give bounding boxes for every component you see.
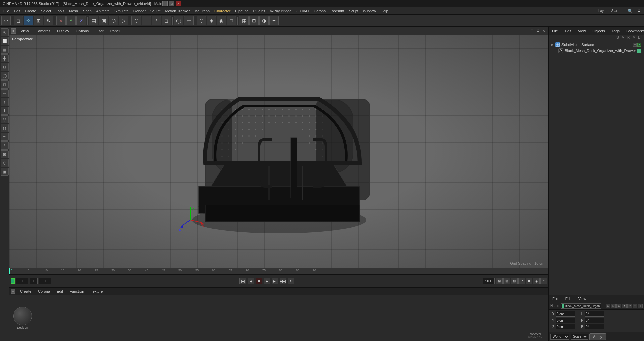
sidebar-bridge-tool[interactable]: ⋂	[1, 124, 9, 132]
viewport-close-icon[interactable]: ✕	[542, 29, 547, 33]
name-icon-5[interactable]: ↩	[627, 304, 632, 308]
vp-menu-display[interactable]: Display	[55, 28, 71, 34]
subdiv-check-btn[interactable]: ✓	[637, 43, 641, 47]
menu-3dtoall[interactable]: 3DToAll	[294, 8, 311, 14]
menu-character[interactable]: Character	[212, 8, 232, 14]
rot-b-input[interactable]	[585, 324, 604, 329]
rot-h-input[interactable]	[585, 311, 604, 317]
menu-pipeline[interactable]: Pipeline	[233, 8, 250, 14]
bottom-toggle[interactable]: ≡	[11, 289, 15, 294]
record-button[interactable]: ⏺	[256, 278, 262, 284]
object-mode-button[interactable]: ⬡	[131, 16, 141, 25]
menu-mograph[interactable]: MoGraph	[192, 8, 212, 14]
display-mode-button[interactable]: ▦	[239, 16, 249, 25]
name-icon-3[interactable]: ⊞	[616, 304, 621, 308]
material-item[interactable]: Desk Or	[13, 307, 32, 329]
viewport-layout-button[interactable]: ⊟	[249, 16, 259, 25]
point-mode-button[interactable]: ·	[142, 16, 151, 25]
menu-create[interactable]: Create	[23, 8, 38, 14]
sidebar-magnet-tool[interactable]: ⁸	[1, 141, 9, 150]
name-icon-2[interactable]: □	[611, 304, 616, 308]
poly-mode-button[interactable]: ◻	[162, 16, 171, 25]
obj-menu-view[interactable]: View	[576, 28, 588, 34]
bt-menu-function[interactable]: Function	[68, 289, 86, 294]
tl-btn-5[interactable]: ⏹	[526, 278, 532, 284]
current-frame-input[interactable]	[39, 278, 51, 284]
obj-menu-file[interactable]: File	[550, 28, 560, 34]
world-select[interactable]: World Object Parent	[550, 334, 569, 340]
interactive-render-button[interactable]: ⬡	[109, 16, 118, 25]
layout-preset[interactable]: Startup	[611, 9, 625, 13]
menu-script[interactable]: Script	[347, 8, 360, 14]
pos-y-input[interactable]	[556, 318, 575, 323]
next-frame-button[interactable]: ▶|	[272, 278, 278, 284]
sidebar-knife-tool[interactable]: ⋁	[1, 115, 9, 123]
tl-btn-6[interactable]: ◈	[533, 278, 540, 284]
name-icon-6[interactable]: ≡	[633, 304, 637, 308]
render-active-button[interactable]: ▤	[89, 16, 98, 25]
tl-btn-1[interactable]: ⊠	[496, 278, 503, 284]
sidebar-color-tool[interactable]: ▣	[1, 168, 9, 176]
loop-button[interactable]: ↻	[288, 278, 294, 284]
layout-options-icon[interactable]: ⚙	[635, 8, 643, 14]
prev-frame-button[interactable]: ◀	[248, 278, 254, 284]
viewport-maximize-icon[interactable]: ⊞	[530, 29, 535, 33]
tl-btn-2[interactable]: ⊞	[503, 278, 510, 284]
viewport-toggle-button[interactable]: ≡	[11, 28, 16, 34]
play-button[interactable]: ▶	[264, 278, 270, 284]
sidebar-snap-tool[interactable]: ◯	[1, 72, 9, 80]
name-icon-7[interactable]: T	[638, 304, 643, 308]
menu-edit[interactable]: Edit	[12, 8, 22, 14]
menu-simulate[interactable]: Simulate	[112, 8, 131, 14]
scale-tool-button[interactable]: ⊞	[34, 16, 43, 25]
scene-settings-button[interactable]: ✦	[269, 16, 279, 25]
rectangle-select-button[interactable]: ▭	[184, 16, 194, 25]
menu-help[interactable]: Help	[379, 8, 390, 14]
attr-menu-edit[interactable]: Edit	[563, 296, 574, 301]
menu-motion-tracker[interactable]: Motion Tracker	[163, 8, 192, 14]
material-button[interactable]: ⬡	[197, 16, 206, 25]
menu-animate[interactable]: Animate	[94, 8, 112, 14]
select-z-button[interactable]: Z	[76, 16, 86, 25]
tl-btn-4[interactable]: P	[518, 278, 525, 284]
vp-menu-panel[interactable]: Panel	[108, 28, 122, 34]
bt-menu-create[interactable]: Create	[18, 289, 33, 294]
vp-menu-filter[interactable]: Filter	[93, 28, 105, 34]
minimize-button[interactable]: ─	[162, 1, 168, 6]
sidebar-model-tool[interactable]: ⬜	[1, 37, 9, 45]
scale-select[interactable]: Scale	[571, 334, 588, 340]
subdiv-edit-btn[interactable]: ✏	[633, 43, 637, 47]
menu-corona[interactable]: Corona	[312, 8, 328, 14]
sidebar-poly-pen[interactable]: ✏	[1, 89, 9, 97]
sidebar-texture-tool[interactable]: ▦	[1, 46, 9, 54]
video-post-button[interactable]: ◑	[259, 16, 269, 25]
layout-search-icon[interactable]: 🔍	[626, 8, 635, 14]
vp-menu-view[interactable]: View	[19, 28, 31, 34]
obj-menu-tags[interactable]: Tags	[610, 28, 622, 34]
tag-button[interactable]: ◈	[207, 16, 216, 25]
camera-button[interactable]: □	[227, 16, 236, 25]
obj-menu-edit[interactable]: Edit	[563, 28, 573, 34]
menu-vray-bridge[interactable]: V-Ray Bridge	[268, 8, 294, 14]
sidebar-loop-tool[interactable]: ↕	[1, 98, 9, 106]
live-selection-button[interactable]: ◯	[174, 16, 183, 25]
bt-menu-texture[interactable]: Texture	[89, 289, 105, 294]
material-ball[interactable]	[13, 307, 32, 325]
menu-tools[interactable]: Tools	[54, 8, 66, 14]
rotate-tool-button[interactable]: ↻	[44, 16, 53, 25]
menu-mesh[interactable]: Mesh	[67, 8, 80, 14]
attr-menu-view[interactable]: View	[576, 296, 588, 301]
obj-black-mesh[interactable]: Black_Mesh_Desk_Organizer_with_Drawer	[550, 48, 643, 54]
sidebar-axis-tool[interactable]: ╋	[1, 54, 9, 62]
undo-button[interactable]: ↩	[1, 16, 11, 25]
select-model-button[interactable]: ✕	[56, 16, 66, 25]
name-icon-4[interactable]: ▼	[622, 304, 627, 308]
sidebar-spline-tool[interactable]: 〜	[1, 133, 9, 141]
tl-btn-7[interactable]: ≡	[540, 278, 547, 284]
menu-select[interactable]: Select	[39, 8, 53, 14]
sidebar-paint-tool[interactable]: ⬡	[1, 159, 9, 167]
sidebar-3d-tool[interactable]: ◻	[1, 80, 9, 89]
name-icon-1[interactable]: ⊡	[606, 304, 610, 308]
start-frame-input[interactable]	[16, 278, 28, 284]
menu-file[interactable]: File	[1, 8, 11, 14]
